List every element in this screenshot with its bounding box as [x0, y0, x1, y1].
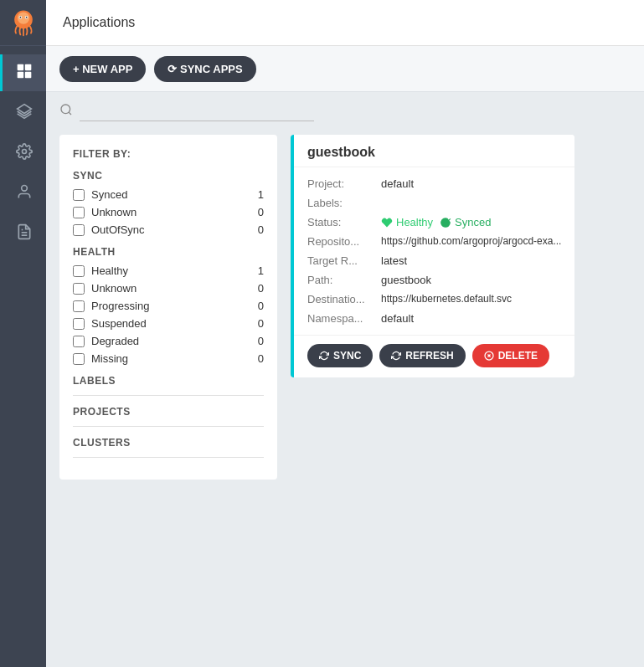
filter-degraded[interactable]: Degraded 0: [73, 335, 264, 347]
suspended-checkbox[interactable]: [73, 318, 85, 330]
health-unknown-checkbox[interactable]: [73, 283, 85, 295]
progressing-checkbox[interactable]: [73, 300, 85, 312]
info-row-labels: Labels:: [294, 193, 574, 213]
toolbar: + NEW APP ⟳ SYNC APPS: [46, 46, 644, 92]
sidebar-item-layers[interactable]: [0, 95, 46, 131]
suspended-label: Suspended: [91, 317, 251, 330]
svg-point-4: [19, 17, 21, 18]
svg-line-16: [69, 112, 71, 115]
sync-button[interactable]: SYNC: [307, 344, 373, 367]
delete-button[interactable]: DELETE: [472, 344, 549, 367]
svg-point-15: [61, 105, 70, 114]
path-value: guestbook: [381, 274, 431, 286]
filter-sync-unknown[interactable]: Unknown 0: [73, 206, 264, 218]
target-value: latest: [381, 254, 407, 267]
sidebar-nav: [0, 46, 46, 252]
progressing-count: 0: [258, 300, 264, 312]
info-row-repo: Reposito... https://github.com/argoproj/…: [294, 232, 574, 251]
delete-btn-label: DELETE: [498, 350, 538, 362]
sync-unknown-checkbox[interactable]: [73, 207, 85, 218]
synced-badge: Synced: [440, 216, 491, 228]
page-title: Applications: [63, 15, 135, 30]
info-row-project: Project: default: [294, 174, 574, 193]
search-input[interactable]: [80, 100, 314, 121]
healthy-text: Healthy: [396, 216, 433, 228]
synced-count: 1: [258, 188, 264, 201]
sidebar-item-docs[interactable]: [0, 215, 46, 252]
path-label: Path:: [307, 274, 374, 286]
sync-apps-button[interactable]: ⟳ SYNC APPS: [154, 56, 255, 82]
sidebar-item-apps[interactable]: [0, 54, 46, 91]
outofsync-checkbox[interactable]: [73, 224, 85, 236]
namespace-label: Namespa...: [307, 312, 374, 325]
doc-icon: [16, 223, 33, 244]
sidebar: [0, 0, 46, 667]
sync-btn-label: SYNC: [333, 350, 361, 362]
svg-rect-7: [25, 64, 32, 70]
app-card-title: guestbook: [307, 145, 375, 159]
info-row-namespace: Namespa... default: [294, 309, 574, 328]
outofsync-count: 0: [258, 223, 264, 236]
missing-label: Missing: [91, 352, 251, 365]
degraded-count: 0: [258, 335, 264, 347]
progressing-label: Progressing: [91, 300, 251, 312]
destination-value: https://kubernetes.default.svc: [381, 293, 512, 305]
app-card-header: guestbook: [294, 135, 574, 167]
svg-rect-6: [18, 64, 24, 70]
sync-section-title: SYNC: [73, 170, 264, 182]
svg-point-12: [22, 185, 28, 191]
layers-icon: [16, 103, 33, 124]
filter-progressing[interactable]: Progressing 0: [73, 300, 264, 312]
new-app-button[interactable]: + NEW APP: [59, 56, 146, 82]
apps-icon: [16, 63, 33, 84]
degraded-checkbox[interactable]: [73, 336, 85, 347]
filter-outofsync[interactable]: OutOfSync 0: [73, 223, 264, 236]
status-label: Status:: [307, 216, 374, 228]
sidebar-item-settings[interactable]: [0, 135, 46, 172]
synced-text: Synced: [455, 216, 491, 228]
healthy-count: 1: [258, 264, 264, 277]
missing-checkbox[interactable]: [73, 353, 85, 365]
header: Applications: [46, 0, 644, 46]
healthy-badge: Healthy: [381, 216, 433, 228]
status-value: Healthy Synced: [381, 216, 491, 228]
synced-checkbox[interactable]: [73, 189, 85, 201]
destination-label: Destinatio...: [307, 293, 374, 305]
info-row-path: Path: guestbook: [294, 270, 574, 290]
health-section-title: HEALTH: [73, 246, 264, 258]
sync-unknown-label: Unknown: [91, 206, 251, 218]
sync-unknown-count: 0: [258, 206, 264, 218]
repo-value: https://github.com/argoproj/argocd-exa..…: [381, 235, 561, 247]
healthy-label: Healthy: [91, 264, 251, 277]
labels-section-title: LABELS: [73, 375, 264, 387]
app-card: guestbook Project: default Labels: Statu…: [291, 135, 574, 377]
info-row-destination: Destinatio... https://kubernetes.default…: [294, 290, 574, 309]
refresh-button[interactable]: REFRESH: [379, 344, 465, 367]
filter-title: FILTER BY:: [73, 148, 264, 160]
labels-label: Labels:: [307, 197, 374, 209]
filter-synced[interactable]: Synced 1: [73, 188, 264, 201]
missing-count: 0: [258, 352, 264, 365]
outofsync-label: OutOfSync: [91, 223, 251, 236]
degraded-label: Degraded: [91, 335, 251, 347]
svg-rect-9: [25, 71, 32, 78]
filter-missing[interactable]: Missing 0: [73, 352, 264, 365]
app-logo: [0, 0, 46, 46]
svg-point-5: [25, 17, 27, 18]
sidebar-item-user[interactable]: [0, 175, 46, 212]
delete-icon: [484, 351, 494, 361]
gear-icon: [16, 143, 33, 164]
healthy-checkbox[interactable]: [73, 265, 85, 277]
clusters-divider: [73, 457, 264, 458]
svg-rect-8: [18, 71, 24, 78]
health-unknown-label: Unknown: [91, 282, 251, 295]
filter-health-unknown[interactable]: Unknown 0: [73, 282, 264, 295]
filter-panel: FILTER BY: SYNC Synced 1 Unknown 0 OutOf…: [59, 135, 277, 480]
filter-healthy[interactable]: Healthy 1: [73, 264, 264, 277]
app-card-actions: SYNC REFRESH DELETE: [294, 335, 574, 377]
repo-label: Reposito...: [307, 235, 374, 248]
info-row-status: Status: Healthy Synced: [294, 213, 574, 232]
filter-suspended[interactable]: Suspended 0: [73, 317, 264, 330]
refresh-icon: [391, 351, 401, 361]
check-circle-icon: [440, 217, 451, 228]
